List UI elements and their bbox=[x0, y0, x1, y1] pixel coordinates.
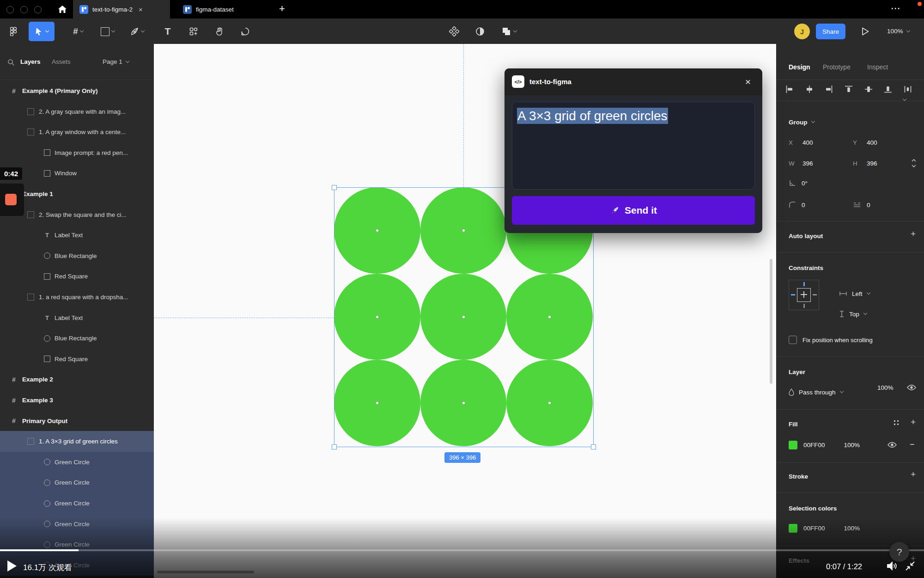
home-icon[interactable] bbox=[57, 4, 67, 14]
minimize-window-icon[interactable] bbox=[20, 6, 28, 13]
layer-row[interactable]: #Example 2 bbox=[0, 369, 154, 390]
fix-position-row[interactable]: Fix position when scrolling bbox=[789, 335, 917, 345]
layer-row[interactable]: TLabel Text bbox=[0, 307, 154, 328]
video-progress-track[interactable] bbox=[0, 549, 924, 551]
fill-color-row[interactable]: 00FF00 100% bbox=[789, 440, 917, 450]
align-right-icon[interactable] bbox=[824, 85, 833, 94]
use-as-mask-icon[interactable] bbox=[470, 22, 490, 41]
layer-row[interactable]: 2. A gray square with an imag... bbox=[0, 101, 154, 122]
align-bottom-icon[interactable] bbox=[883, 85, 893, 94]
add-fill-button[interactable]: + bbox=[911, 417, 916, 427]
layer-row[interactable]: Image prompt: a red pen... bbox=[0, 142, 154, 163]
y-position-field[interactable]: Y 400 bbox=[853, 137, 924, 148]
rotation-field[interactable]: 0° bbox=[789, 178, 917, 188]
tab-inspect[interactable]: Inspect bbox=[867, 63, 888, 71]
add-auto-layout-button[interactable]: + bbox=[911, 229, 916, 239]
remove-fill-icon[interactable]: − bbox=[910, 440, 915, 449]
constraints-widget[interactable] bbox=[789, 280, 819, 310]
fix-position-checkbox[interactable] bbox=[789, 336, 797, 344]
layer-row[interactable]: Blue Rectangle bbox=[0, 246, 154, 266]
resources-tool-button[interactable] bbox=[184, 22, 203, 41]
video-play-icon[interactable] bbox=[7, 560, 17, 572]
layer-row[interactable]: 1. A gray window with a cente... bbox=[0, 122, 154, 142]
video-chapter-thumbnail[interactable] bbox=[0, 184, 24, 216]
layer-row[interactable]: Red Square bbox=[0, 266, 154, 287]
selection-color-row[interactable]: 00FF00 100% bbox=[789, 523, 917, 533]
shrink-player-icon[interactable] bbox=[905, 560, 916, 572]
zoom-window-icon[interactable] bbox=[34, 6, 42, 13]
vertical-scrollbar[interactable] bbox=[770, 259, 772, 384]
help-button[interactable]: ? bbox=[889, 542, 909, 562]
present-button[interactable] bbox=[856, 22, 875, 41]
boolean-groups-button[interactable] bbox=[496, 22, 522, 41]
volume-icon[interactable] bbox=[886, 560, 898, 572]
independent-corners-field[interactable]: 0 bbox=[853, 200, 924, 210]
move-tool-button[interactable] bbox=[29, 22, 55, 41]
tab-design[interactable]: Design bbox=[789, 63, 810, 71]
layer-row[interactable]: 1. A 3×3 grid of green circles bbox=[0, 431, 154, 452]
layer-row[interactable]: Blue Rectangle bbox=[0, 328, 154, 349]
horizontal-constraint-dropdown[interactable]: Left bbox=[839, 289, 924, 299]
layer-row[interactable]: 1. a red square with a dropsha... bbox=[0, 287, 154, 307]
align-left-icon[interactable] bbox=[785, 85, 794, 94]
blend-mode-dropdown[interactable]: Pass through bbox=[789, 387, 917, 397]
tab-layers[interactable]: Layers bbox=[20, 58, 41, 65]
align-top-icon[interactable] bbox=[844, 85, 853, 94]
layer-row[interactable]: Red Square bbox=[0, 349, 154, 369]
align-horizontal-center-icon[interactable] bbox=[805, 85, 814, 94]
shape-tool-button[interactable] bbox=[98, 22, 117, 41]
close-window-icon[interactable] bbox=[6, 6, 14, 13]
layer-row[interactable]: #Primary Output bbox=[0, 411, 154, 431]
tab-assets[interactable]: Assets bbox=[52, 58, 71, 65]
layer-visibility-eye-icon[interactable] bbox=[907, 384, 916, 391]
page-selector[interactable]: Page 1 bbox=[103, 58, 129, 65]
send-button[interactable]: Send it bbox=[512, 196, 755, 225]
layer-row[interactable]: #Example 4 (Primary Only) bbox=[0, 80, 154, 101]
pen-tool-button[interactable] bbox=[128, 22, 147, 41]
close-plugin-icon[interactable]: × bbox=[741, 75, 755, 89]
selection-handle-top-left[interactable] bbox=[332, 185, 337, 190]
fill-styles-icon[interactable] bbox=[893, 419, 900, 426]
layer-row[interactable]: Green Circle bbox=[0, 514, 154, 535]
selection-color-swatch[interactable] bbox=[789, 524, 797, 533]
layer-opacity-field[interactable]: 100% bbox=[877, 384, 894, 391]
layer-type-dropdown[interactable]: Group bbox=[789, 117, 917, 127]
layer-row[interactable]: Green Circle bbox=[0, 493, 154, 514]
plugin-dialog-header[interactable]: </> text-to-figma × bbox=[505, 68, 762, 95]
close-tab-icon[interactable]: × bbox=[139, 6, 143, 13]
move-tool-dropdown-icon[interactable] bbox=[45, 29, 49, 32]
frame-tool-dropdown-icon[interactable] bbox=[80, 29, 84, 32]
search-icon[interactable] bbox=[7, 59, 15, 66]
create-component-icon[interactable] bbox=[444, 22, 464, 41]
layer-row[interactable]: #Example 3 bbox=[0, 390, 154, 411]
main-menu-icon[interactable] bbox=[4, 22, 23, 41]
comment-tool-button[interactable] bbox=[236, 22, 255, 41]
share-button[interactable]: Share bbox=[816, 24, 845, 39]
selection-handle-bottom-left[interactable] bbox=[332, 444, 337, 449]
align-vertical-center-icon[interactable] bbox=[864, 85, 873, 94]
tab-prototype[interactable]: Prototype bbox=[823, 63, 851, 71]
hand-tool-button[interactable] bbox=[210, 22, 229, 41]
tab-figma-dataset[interactable]: figma-dataset bbox=[176, 0, 268, 18]
add-stroke-button[interactable]: + bbox=[911, 469, 916, 480]
layer-row[interactable]: Green Circle bbox=[0, 534, 154, 555]
horizontal-scrollbar[interactable] bbox=[157, 571, 254, 573]
layer-row[interactable]: TLabel Text bbox=[0, 225, 154, 246]
avatar[interactable]: J bbox=[794, 24, 810, 39]
fill-color-swatch[interactable] bbox=[789, 441, 797, 449]
prompt-textarea[interactable]: A 3×3 grid of green circles bbox=[512, 102, 755, 190]
pen-tool-dropdown-icon[interactable] bbox=[141, 29, 145, 32]
video-more-menu-icon[interactable]: ⋯ bbox=[891, 3, 901, 14]
new-tab-button[interactable]: + bbox=[279, 3, 285, 15]
frame-tool-button[interactable]: # bbox=[68, 22, 88, 41]
boolean-dropdown-icon[interactable] bbox=[513, 29, 517, 32]
vertical-constraint-dropdown[interactable]: Top bbox=[839, 309, 924, 319]
layer-row[interactable]: Window bbox=[0, 163, 154, 184]
distribute-menu-icon[interactable] bbox=[903, 85, 917, 94]
zoom-menu[interactable]: 100% bbox=[887, 28, 910, 35]
layer-row[interactable]: Green Circle bbox=[0, 472, 154, 493]
fill-visibility-eye-icon[interactable] bbox=[888, 442, 897, 448]
text-tool-button[interactable]: T bbox=[158, 22, 177, 41]
selection-handle-bottom-right[interactable] bbox=[591, 444, 596, 449]
layer-row[interactable]: Green Circle bbox=[0, 452, 154, 473]
